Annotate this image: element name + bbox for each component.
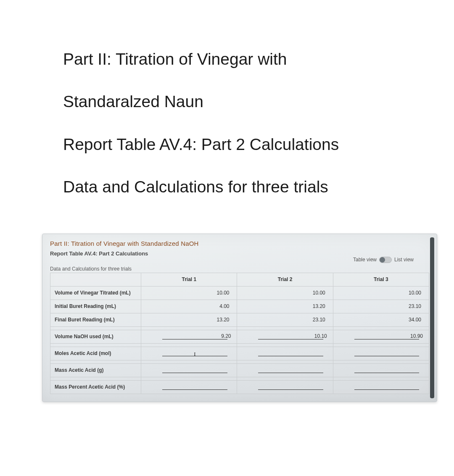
cell-value: 10.00 [237, 286, 333, 300]
panel-subtitle: Report Table AV.4: Part 2 Calculations [50, 250, 429, 257]
cell-input[interactable] [333, 380, 429, 394]
cell-value: 4.00 [141, 300, 237, 313]
cell-input[interactable] [333, 347, 429, 360]
cell-input[interactable] [237, 380, 333, 394]
cell-input[interactable]: 10.10 [237, 330, 333, 343]
cell-value: 23.10 [333, 300, 429, 313]
cell-input[interactable] [141, 363, 237, 377]
table-row: Volume of Vinegar Titrated (mL)10.0010.0… [50, 286, 429, 300]
cell-value: 13.20 [141, 313, 237, 326]
panel-section-label: Data and Calculations for three trials [50, 266, 429, 272]
row-label: Mass Acetic Acid (g) [50, 363, 141, 377]
heading-line-4: Data and Calculations for three trials [63, 178, 328, 196]
cell-value: 34.00 [333, 313, 429, 326]
embedded-screenshot-panel: Part II: Titration of Vinegar with Stand… [42, 234, 437, 402]
row-label: Mass Percent Acetic Acid (%) [50, 380, 141, 394]
table-row: Mass Acetic Acid (g) [50, 363, 429, 377]
table-corner-cell [50, 273, 141, 286]
heading-line-3: Report Table AV.4: Part 2 Calculations [63, 135, 339, 153]
page-heading: Part II: Titration of Vinegar with Stand… [63, 38, 429, 208]
toggle-label-list: List view [394, 257, 414, 263]
row-label: Volume of Vinegar Titrated (mL) [50, 286, 141, 300]
table-row: Initial Buret Reading (mL)4.0013.2023.10 [50, 300, 429, 313]
table-header-row: Trial 1 Trial 2 Trial 3 [50, 273, 429, 286]
table-row: Mass Percent Acetic Acid (%) [50, 380, 429, 394]
row-label: Volume NaOH used (mL) [50, 330, 141, 343]
cell-input[interactable] [141, 380, 237, 394]
toggle-switch-icon[interactable] [379, 257, 392, 263]
cell-input[interactable]: 10.90 [333, 330, 429, 343]
row-label: Final Buret Reading (mL) [50, 313, 141, 326]
row-label: Initial Buret Reading (mL) [50, 300, 141, 313]
cell-value: 10.10 [314, 333, 327, 339]
column-header-trial-1: Trial 1 [141, 273, 237, 286]
toggle-label-table: Table view [353, 257, 377, 263]
table-row: Final Buret Reading (mL)13.2023.1034.00 [50, 313, 429, 326]
cell-value: 13.20 [237, 300, 333, 313]
text-cursor-icon: I [194, 351, 195, 358]
cell-value: 23.10 [237, 313, 333, 326]
panel-title: Part II: Titration of Vinegar with Stand… [50, 240, 429, 247]
row-label: Moles Acetic Acid (mol) [50, 347, 141, 360]
heading-line-2: Standaralzed Naun [63, 92, 203, 110]
calculations-table: Trial 1 Trial 2 Trial 3 Volume of Vinega… [50, 273, 429, 394]
cell-input[interactable] [237, 347, 333, 360]
cell-value: 10.90 [410, 333, 423, 339]
table-row: Moles Acetic Acid (mol)I [50, 347, 429, 360]
table-row: Volume NaOH used (mL)9.2010.1010.90 [50, 330, 429, 343]
column-header-trial-2: Trial 2 [237, 273, 333, 286]
view-toggle[interactable]: Table view List view [353, 257, 414, 263]
cell-input[interactable]: I [141, 347, 237, 360]
cell-value: 9.20 [221, 333, 231, 339]
cell-value: 10.00 [333, 286, 429, 300]
cell-input[interactable] [237, 363, 333, 377]
heading-line-1: Part II: Titration of Vinegar with [63, 50, 287, 68]
cell-input[interactable] [333, 363, 429, 377]
cell-input[interactable]: 9.20 [141, 330, 237, 343]
column-header-trial-3: Trial 3 [333, 273, 429, 286]
cell-value: 10.00 [141, 286, 237, 300]
